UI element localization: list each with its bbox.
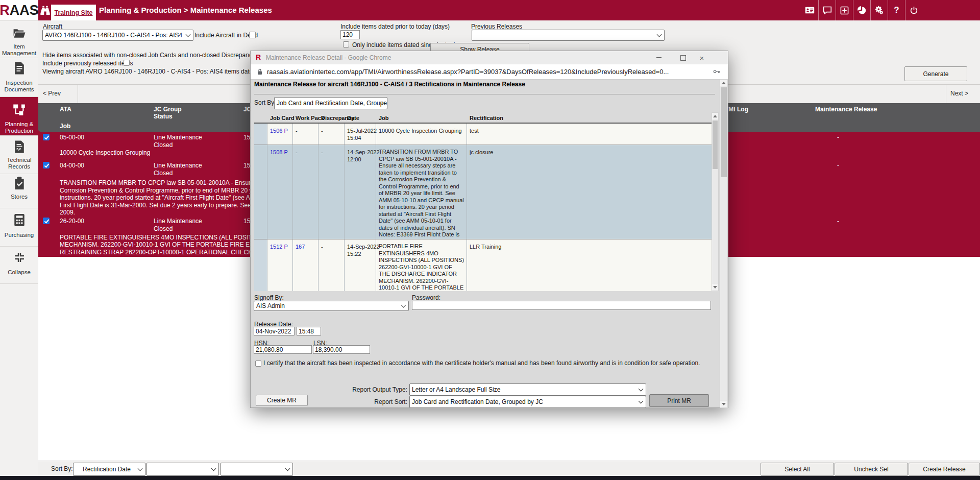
include-dead-label: Include Aircraft in Dead <box>194 32 258 39</box>
calculator-icon <box>13 213 26 229</box>
maintenance-release-popup: R Maintenance Release Detail - Google Ch… <box>250 51 728 408</box>
table-scrollbar[interactable] <box>712 112 719 291</box>
add-icon[interactable] <box>836 0 853 20</box>
popup-url-bar[interactable]: raasais.aviationintertec.com/app/TMI/Air… <box>251 64 728 80</box>
include-previous-checkbox[interactable] <box>124 60 130 66</box>
minimize-button[interactable] <box>651 53 667 63</box>
chevron-down-icon <box>211 466 216 471</box>
row-ata: 04-00-00 <box>60 162 84 169</box>
chevron-down-icon <box>285 466 290 471</box>
signoff-select[interactable]: AIS Admin <box>254 301 409 311</box>
sidebar-item-technical-records[interactable]: Technical Records <box>0 136 38 174</box>
sidebar-item-inspection-documents[interactable]: Inspection Documents <box>0 58 38 97</box>
row-checkbox[interactable] <box>43 134 50 140</box>
pcol-work-pack: Work Pack <box>296 115 324 121</box>
topbar-icon-strip: ? <box>801 0 922 20</box>
popup-scrollbar[interactable] <box>720 79 728 408</box>
password-input[interactable] <box>412 301 711 310</box>
release-time-input[interactable]: 15:48 <box>297 327 321 335</box>
chevron-down-icon <box>639 399 644 404</box>
collapse-icon <box>13 251 26 266</box>
maximize-button[interactable] <box>675 53 691 63</box>
bottom-select-3[interactable] <box>220 463 293 476</box>
prev-button[interactable]: < Prev <box>43 90 61 97</box>
sidebar-item-planning-production[interactable]: Planning & Production <box>0 97 38 135</box>
chat-icon[interactable] <box>818 0 836 20</box>
aircraft-select[interactable]: AVRO 146RJ100 - 146RJ100 - C-AIS4 - Pos:… <box>42 30 193 41</box>
work-pack-link[interactable]: 167 <box>296 244 305 250</box>
pie-chart-icon[interactable] <box>853 0 870 20</box>
heading-divider <box>254 94 715 94</box>
document-icon <box>14 61 25 77</box>
viewing-label: Viewing aircraft AVRO 146RJ100 - 146RJ10… <box>42 68 256 75</box>
hsn-input[interactable]: 21,080.80 <box>254 345 312 354</box>
chevron-down-icon <box>639 387 644 392</box>
hide-items-label: Hide items associated with non-closed Jo… <box>42 52 260 59</box>
include-dead-checkbox[interactable] <box>249 32 256 38</box>
uncheck-sel-button[interactable]: Uncheck Sel <box>835 463 908 476</box>
sidebar-item-item-management[interactable]: Item Management <box>0 21 38 58</box>
pcol-rectification: Rectification <box>470 115 503 121</box>
chevron-down-icon <box>657 32 662 37</box>
row-ata: 26-20-00 <box>60 218 84 225</box>
next-button[interactable]: Next > <box>950 90 968 97</box>
sidebar-item-collapse[interactable]: Collapse <box>0 247 38 282</box>
include-previous-label: Include previously released items <box>42 60 133 67</box>
job-card-link[interactable]: 1506 P <box>270 128 288 134</box>
chevron-down-icon <box>186 32 191 37</box>
create-mr-button[interactable]: Create MR <box>256 395 308 406</box>
settings-icon[interactable] <box>870 0 888 20</box>
app-root: ? RAAS Training Site Planning & Producti… <box>0 0 980 480</box>
url-text: raasais.aviationintertec.com/app/TMI/Air… <box>267 68 669 76</box>
aircraft-label: Aircraft <box>43 23 62 30</box>
tab-training-site[interactable]: Training Site <box>51 5 96 20</box>
pcol-date: Date <box>347 115 359 121</box>
days-input[interactable]: 120 <box>340 30 360 39</box>
job-card-link[interactable]: 1512 P <box>270 244 288 250</box>
bottom-strip <box>0 476 980 480</box>
lock-icon <box>257 68 263 78</box>
release-date-input[interactable]: 04-Nov-2022 <box>254 327 295 335</box>
print-mr-button[interactable]: Print MR <box>649 394 709 407</box>
job-card-link[interactable]: 1508 P <box>270 149 288 155</box>
bottom-sort-label: Sort By: <box>51 465 73 472</box>
bottom-sort-select[interactable]: Rectification Date <box>73 463 145 476</box>
report-sort-select[interactable]: Job Card and Rectification Date, Grouped… <box>409 396 646 408</box>
key-icon[interactable] <box>713 68 721 77</box>
col-jc-group: JC Group <box>154 106 182 113</box>
help-icon[interactable]: ? <box>888 0 905 20</box>
sidebar-item-stores[interactable]: Stores <box>0 174 38 208</box>
row-checkbox[interactable] <box>43 218 50 224</box>
generate-button[interactable]: Generate <box>904 66 967 81</box>
sidebar-item-purchasing[interactable]: Purchasing <box>0 208 38 246</box>
row-ata: 05-00-00 <box>60 134 84 141</box>
previous-releases-select[interactable] <box>472 30 665 41</box>
previous-releases-label: Previous Releases <box>471 23 522 30</box>
popup-title-bar[interactable]: R Maintenance Release Detail - Google Ch… <box>251 51 728 65</box>
report-sort-label: Report Sort: <box>305 398 407 405</box>
chevron-down-icon <box>401 303 406 308</box>
col-job: Job <box>60 123 70 130</box>
select-all-button[interactable]: Select All <box>761 463 834 476</box>
pcol-job: Job <box>379 115 389 121</box>
raas-logo[interactable]: RAAS <box>0 0 38 20</box>
lsn-input[interactable]: 18,390.00 <box>313 345 370 354</box>
close-button[interactable]: × <box>694 53 709 63</box>
only-since-last-checkbox[interactable] <box>343 41 349 47</box>
breadcrumb: Planning & Production > Maintenance Rele… <box>99 6 272 14</box>
col-ata: ATA <box>60 106 71 113</box>
id-card-icon[interactable] <box>801 0 818 20</box>
signoff-label: Signoff By: <box>254 294 284 301</box>
col-maintenance-release: Maintenance Release <box>815 106 877 113</box>
popup-heading: Maintenance Release for aircraft 146RJ10… <box>254 81 525 88</box>
popup-sort-label: Sort By: <box>254 99 276 106</box>
bottom-select-2[interactable] <box>146 463 219 476</box>
power-icon[interactable] <box>905 0 922 20</box>
report-output-select[interactable]: Letter or A4 Landscape Full Size <box>409 383 646 396</box>
popup-sort-select[interactable]: Job Card and Rectification Date, Grouped… <box>274 97 387 109</box>
password-label: Password: <box>412 294 440 301</box>
binoculars-icon <box>40 6 51 17</box>
row-checkbox[interactable] <box>43 162 50 169</box>
create-release-button[interactable]: Create Release <box>909 463 980 476</box>
clipboard-check-icon <box>14 177 25 192</box>
